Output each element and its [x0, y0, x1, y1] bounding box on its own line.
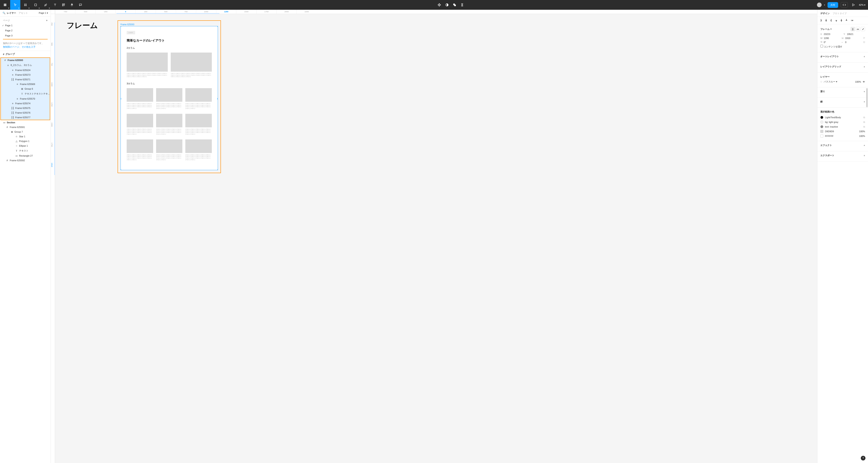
layer-rectangle-27[interactable]: ▭Rectangle 27: [0, 153, 51, 158]
dev-handoff-icon[interactable]: [460, 3, 464, 7]
avatar-caret-icon[interactable]: ▾: [824, 4, 825, 6]
distribute-icon[interactable]: ≡▾: [851, 19, 854, 22]
align-left-icon[interactable]: ┣: [820, 19, 823, 22]
color-row[interactable]: bg: light gray⧉: [820, 120, 865, 124]
zoom-level[interactable]: 42% ▾: [859, 4, 865, 6]
layer-text[interactable]: Tテキスト: [0, 148, 51, 153]
layer-frame-625569[interactable]: ≡Frame 625569: [1, 82, 50, 86]
layer-frame-625591[interactable]: #Frame 625591: [0, 125, 51, 129]
design-tab[interactable]: デザイン: [820, 12, 830, 17]
figma-menu-button[interactable]: [0, 0, 10, 10]
search-icon[interactable]: 🔍: [3, 12, 5, 15]
resize-handle[interactable]: [217, 170, 218, 170]
w-value[interactable]: 1280: [824, 37, 829, 39]
canvas-area[interactable]: -750-500-2500250500750100012801500175020…: [51, 10, 817, 463]
h-value[interactable]: 1910: [845, 37, 850, 39]
clip-content-checkbox[interactable]: コンテンツを隠す: [820, 45, 842, 48]
resources-tool[interactable]: [59, 0, 68, 10]
present-button[interactable]: [850, 0, 856, 10]
component-icon[interactable]: [437, 3, 441, 7]
user-avatar[interactable]: [817, 3, 822, 7]
layer-ellipse-1[interactable]: ○Ellipse 1: [0, 143, 51, 148]
add-export-button[interactable]: +: [864, 154, 865, 157]
resize-handle[interactable]: [217, 98, 218, 99]
color-row[interactable]: D9D9D9100%: [820, 129, 865, 134]
detach-style-icon[interactable]: ⧉: [863, 121, 865, 123]
layer-frame-625524[interactable]: ≡Frame 625524: [1, 68, 50, 73]
x-value[interactable]: 23223: [824, 33, 830, 35]
resize-handle[interactable]: [217, 26, 218, 27]
pen-tool[interactable]: [41, 0, 51, 10]
resize-fill-icon[interactable]: ⤢: [861, 27, 865, 31]
layer-section[interactable]: ▭Section: [0, 120, 51, 125]
add-stroke-button[interactable]: +: [864, 100, 865, 103]
blend-mode[interactable]: パススルー ▾: [824, 80, 837, 83]
layers-tab[interactable]: レイヤー: [7, 11, 16, 15]
layer-group-7[interactable]: ⊞Group 7: [0, 129, 51, 134]
independent-corners-icon[interactable]: ⊡: [863, 41, 865, 44]
resize-handle[interactable]: [121, 98, 121, 99]
add-page-button[interactable]: +: [46, 19, 48, 22]
boolean-icon[interactable]: [453, 3, 457, 7]
page-row-1[interactable]: Page 1: [0, 23, 51, 28]
add-effect-button[interactable]: +: [864, 144, 865, 147]
help-button[interactable]: ?: [861, 456, 865, 460]
mask-icon[interactable]: [445, 3, 449, 7]
layer-frame-625570[interactable]: ≡Frame 625570: [1, 96, 50, 101]
resize-handle[interactable]: [121, 170, 121, 170]
layer-frame-625575[interactable]: ┇┇Frame 625575: [1, 106, 50, 110]
resize-handle[interactable]: [121, 26, 121, 27]
layer-opacity[interactable]: 100%: [855, 81, 861, 83]
text-tool[interactable]: [51, 0, 59, 10]
layer-star-1[interactable]: ☆Star 1: [0, 134, 51, 139]
align-hcenter-icon[interactable]: ╋: [826, 19, 828, 22]
scrollbar-thumb[interactable]: [866, 88, 868, 107]
layer-frame-625592[interactable]: #Frame 625592: [0, 158, 51, 163]
add-autolayout-button[interactable]: +: [864, 55, 865, 58]
page-row-3[interactable]: Page 3: [0, 33, 51, 38]
page-row-2[interactable]: Page 2: [0, 28, 51, 33]
align-bottom-icon[interactable]: ┻: [846, 19, 849, 22]
shape-tools[interactable]: [31, 0, 41, 10]
layer-text-trunc[interactable]: Tテキストテキストテキ...: [1, 91, 50, 96]
color-row[interactable]: text: inactive⧉: [820, 124, 865, 129]
selected-frame[interactable]: 1280 × 1910 LOGO 簡単なカードのレイアウト 2カラム テキストテ…: [121, 26, 218, 170]
layer-8-2col[interactable]: ≡8_2カラム、3カラム: [1, 62, 50, 68]
assets-tab[interactable]: アセット: [19, 11, 28, 15]
layer-polygon-1[interactable]: △Polygon 1: [0, 139, 51, 143]
align-right-icon[interactable]: ┫: [831, 19, 834, 22]
detach-style-icon[interactable]: ⧉: [863, 116, 865, 119]
layer-frame-625576[interactable]: ┇┇Frame 625576: [1, 110, 50, 115]
layer-frame-625573[interactable]: ≡Frame 625573: [1, 73, 50, 77]
dev-mode-button[interactable]: [841, 2, 848, 8]
layer-frame-625577[interactable]: ┇┇Frame 625577: [1, 115, 50, 120]
color-row[interactable]: Light/Text/Body⧉: [820, 115, 865, 120]
frame-name-label[interactable]: Frame 625593: [121, 23, 218, 26]
layer-frame-625593[interactable]: #Frame 625593: [1, 58, 50, 62]
share-button[interactable]: 共有: [828, 2, 838, 8]
layer-heading: レイヤー: [820, 75, 830, 78]
resize-hug-icon[interactable]: ▭: [856, 27, 860, 31]
layer-frame-625574[interactable]: ≡Frame 625574: [1, 101, 50, 106]
add-fill-button[interactable]: +: [864, 90, 865, 93]
color-row[interactable]: FFFFFF100%: [820, 134, 865, 138]
link-dimensions-icon[interactable]: ⟳: [863, 37, 865, 39]
frame-tool[interactable]: [20, 0, 31, 10]
rotation-value[interactable]: 0°: [824, 41, 826, 44]
comment-tool[interactable]: [76, 0, 85, 10]
corner-value[interactable]: 0: [845, 41, 846, 44]
page-selector[interactable]: Page 1 ▾: [39, 12, 48, 15]
prototype-tab[interactable]: プロトタイプ: [833, 12, 847, 17]
hand-tool[interactable]: [68, 0, 76, 10]
align-vcenter-icon[interactable]: ╋: [841, 19, 844, 22]
move-tool[interactable]: [10, 0, 20, 10]
visibility-icon[interactable]: 👁: [863, 81, 865, 83]
layer-frame-625571[interactable]: ┇┇Frame 625571: [1, 77, 50, 82]
detach-style-icon[interactable]: ⧉: [863, 125, 865, 128]
align-top-icon[interactable]: ┳: [836, 19, 839, 22]
upsell-link[interactable]: 無制限のページ、その他を入手: [3, 46, 36, 48]
resize-fixed-icon[interactable]: ▯: [850, 27, 855, 31]
add-grid-button[interactable]: +: [864, 65, 865, 68]
y-value[interactable]: 19521: [847, 33, 854, 35]
layer-group-6[interactable]: ⊞Group 6: [1, 86, 50, 91]
